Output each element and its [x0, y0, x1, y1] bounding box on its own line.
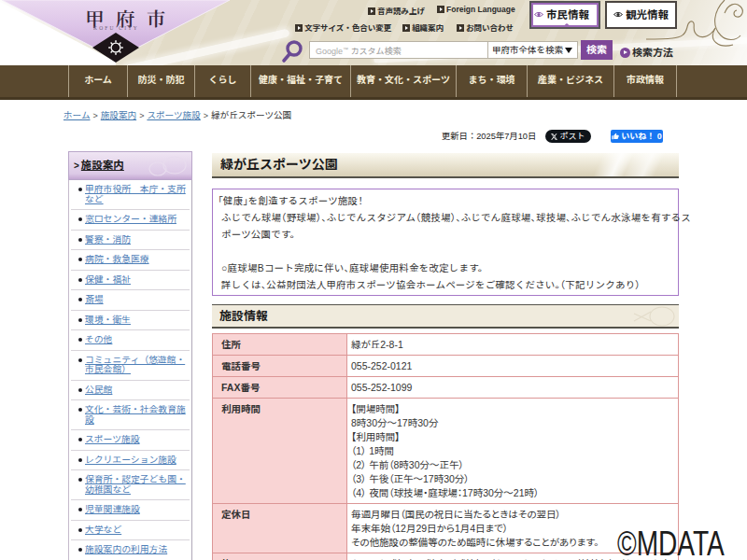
svg-text:KOFU CITY: KOFU CITY	[93, 25, 139, 31]
